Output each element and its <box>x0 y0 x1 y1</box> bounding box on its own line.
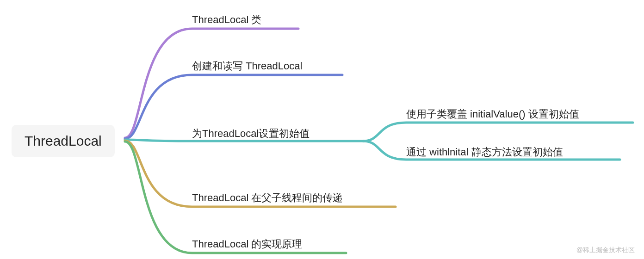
branch-label[interactable]: 为ThreadLocal设置初始值 <box>192 127 310 141</box>
branch-child-connector <box>363 123 633 141</box>
branch-child-label[interactable]: 通过 withlnital 静态方法设置初始值 <box>406 145 563 159</box>
mindmap-container: ThreadLocal ThreadLocal 类 创建和读写 ThreadLo… <box>0 0 644 259</box>
branch-connector <box>125 29 298 138</box>
root-node[interactable]: ThreadLocal <box>12 125 115 157</box>
branch-label[interactable]: ThreadLocal 的实现原理 <box>192 237 302 251</box>
branch-label[interactable]: 创建和读写 ThreadLocal <box>192 59 302 73</box>
branch-label[interactable]: ThreadLocal 在父子线程间的传递 <box>192 191 343 205</box>
branch-label[interactable]: ThreadLocal 类 <box>192 13 261 27</box>
watermark: @稀土掘金技术社区 <box>576 246 635 254</box>
branch-child-label[interactable]: 使用子类覆盖 initialValue() 设置初始值 <box>406 107 579 121</box>
